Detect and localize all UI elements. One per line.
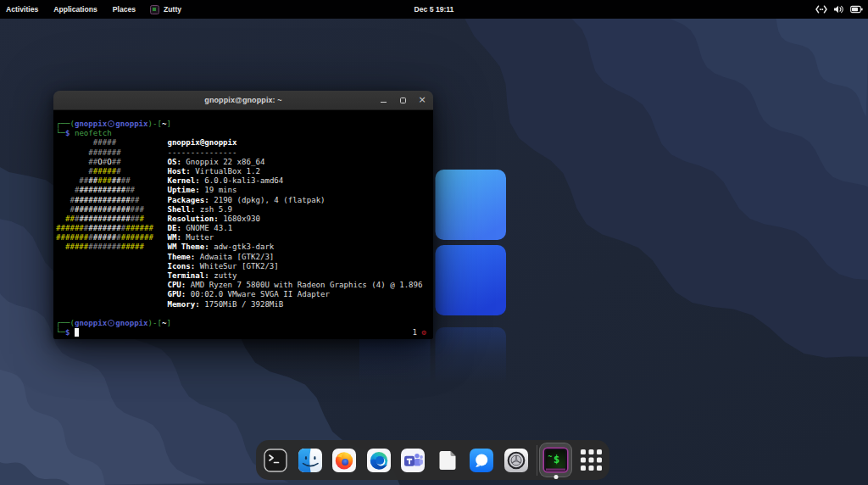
zutty-crt-icon: ~ $ [542,447,569,473]
svg-text:$: $ [554,454,559,465]
terminal-line: Memory: 1750MiB / 3928MiB [56,300,433,309]
system-status-area[interactable] [810,0,868,19]
maximize-button[interactable] [397,94,409,106]
dock-item-document[interactable] [435,448,460,473]
files-icon [298,448,323,473]
teams-icon [400,448,426,473]
close-icon: × [418,96,426,104]
app-menu-label: Zutty [164,5,181,14]
running-indicator-dot [554,475,558,479]
terminal-line: └─$ neofetch [56,129,433,138]
dock: ~ $ [256,440,609,480]
dock-item-settings[interactable] [504,448,529,473]
terminal-line: ####### Host: VirtualBox 1.2 [56,167,433,176]
clock-label[interactable]: Dec 5 19:11 [415,5,454,14]
terminal-line: Icons: WhiteSur [GTK2/3] [56,262,433,271]
terminal-line: CPU: AMD Ryzen 7 5800U with Radeon Graph… [56,281,433,290]
volume-icon [833,4,844,14]
dock-item-files[interactable] [298,448,323,473]
dock-item-firefox[interactable] [331,448,357,473]
app-menu-zutty[interactable]: Zutty [143,0,188,19]
activities-button[interactable]: Activities [0,0,46,19]
terminal-line: ┌──(gnoppixgnoppix)-[~] [56,120,433,129]
desktop: gnoppix@gnoppix: ~ × ┌──(gnoppixgnoppix)… [0,0,868,485]
document-icon [435,448,460,473]
terminal-line: Terminal: zutty [56,271,433,281]
terminal-line: ┌──(gnoppixgnoppix)-[~] [56,319,433,328]
terminal-icon [264,449,287,472]
top-bar: Activities Applications Places Zutty Dec… [0,0,868,19]
maximize-icon [400,98,406,103]
close-button[interactable]: × [416,94,428,106]
window-titlebar[interactable]: gnoppix@gnoppix: ~ × [53,91,433,110]
dock-item-app-grid[interactable] [578,448,604,473]
terminal-line: ################ Shell: zsh 5.9 [56,205,433,215]
terminal-line: ##O#O## OS: Gnoppix 22 x86_64 [56,158,433,167]
dock-item-edge[interactable] [366,448,392,473]
terminal-line: Theme: Adwaita [GTK2/3] [56,253,433,262]
messages-icon [469,448,494,473]
terminal-line: ################# Resolution: 1680x930 [56,215,433,224]
settings-icon [504,448,529,473]
terminal-output[interactable]: ┌──(gnoppixgnoppix)-[~]└─$ neofetch ####… [53,110,433,339]
terminal-line: ##################### WM: Mutter [56,233,433,242]
zutty-app-icon [150,5,159,14]
terminal-line: └─$ 1 ⚙ [56,328,433,337]
terminal-window: gnoppix@gnoppix: ~ × ┌──(gnoppixgnoppix)… [53,91,433,339]
terminal-line: ####### --------------- [56,148,433,158]
firefox-icon [331,448,357,473]
terminal-line: ##################### DE: GNOME 43.1 [56,224,433,233]
terminal-line: ############# Uptime: 19 mins [56,186,433,195]
terminal-line: ##### gnoppix@gnoppix [56,138,433,148]
terminal-line: GPU: 00:02.0 VMware SVGA II Adapter [56,290,433,299]
svg-text:~: ~ [548,453,553,460]
terminal-line: ########### Kernel: 6.0.0-kali3-amd64 [56,176,433,186]
terminal-line: ################# WM Theme: adw-gtk3-dar… [56,242,433,252]
places-menu[interactable]: Places [105,0,143,19]
dock-item-teams[interactable] [400,448,426,473]
edge-icon [366,448,392,473]
minimize-icon [381,102,387,103]
applications-menu[interactable]: Applications [46,0,105,19]
window-title: gnoppix@gnoppix: ~ [204,96,281,104]
terminal-line: ############### Packages: 2190 (dpkg), 4… [56,196,433,205]
dock-separator [537,445,537,476]
network-icon [815,4,827,14]
dock-item-zutty-active[interactable]: ~ $ [539,443,572,477]
minimize-button[interactable] [377,94,389,106]
dock-item-messages[interactable] [469,448,494,473]
dock-item-terminal[interactable] [263,448,288,473]
terminal-line [56,309,433,319]
battery-icon [850,4,863,14]
app-grid-icon [580,449,603,471]
